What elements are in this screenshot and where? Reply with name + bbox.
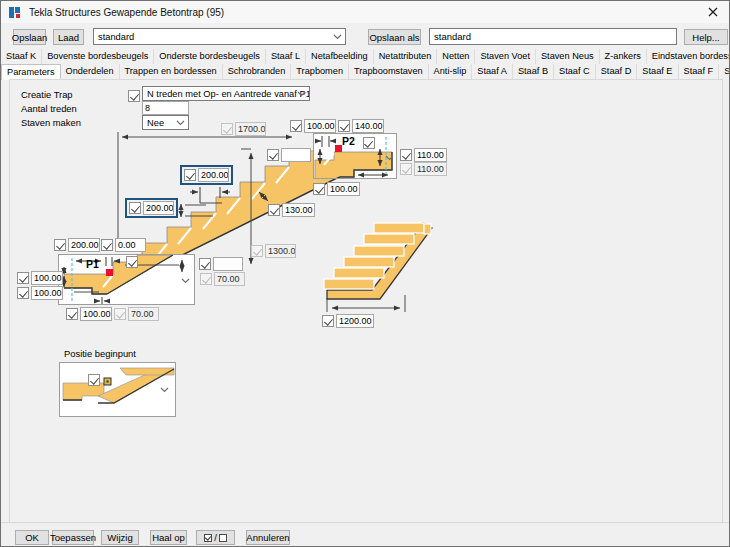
- p1-point-label: P1: [86, 258, 99, 270]
- positie-beginpunt-drawing: [60, 363, 175, 416]
- dim-p2-100-field[interactable]: 100.00: [327, 182, 360, 196]
- close-icon[interactable]: [697, 1, 729, 23]
- tab-staaf-k[interactable]: Staaf K: [1, 49, 42, 64]
- positie-beginpunt-checkbox[interactable]: [88, 374, 100, 386]
- tab-onderste-bordesbeugels[interactable]: Onderste bordesbeugels: [154, 49, 266, 64]
- dim-top-hoogte-field[interactable]: [281, 148, 311, 162]
- tab-netten[interactable]: Netten: [437, 49, 475, 64]
- tab-trapboomstaven[interactable]: Trapboomstaven: [349, 64, 429, 80]
- dim-onder-70-checkbox[interactable]: [114, 308, 126, 320]
- save-as-button[interactable]: Opslaan als: [368, 29, 421, 45]
- dim-breedte-1200-checkbox[interactable]: [322, 315, 334, 327]
- tab-bovenste-bordesbeugels[interactable]: Bovenste bordesbeugels: [42, 49, 154, 64]
- dim-p2-corner-checkbox[interactable]: [363, 137, 375, 149]
- positie-beginpunt-label: Positie beginpunt: [64, 348, 136, 359]
- p2-detail-box[interactable]: P2: [313, 133, 397, 179]
- dim-hoogte-1300-checkbox[interactable]: [251, 245, 263, 257]
- dim-top-140-checkbox[interactable]: [338, 120, 350, 132]
- tab-staaf-f[interactable]: Staaf F: [679, 64, 720, 80]
- dim-dikte-130-field[interactable]: 130.00: [282, 203, 315, 217]
- dim-links-100a-checkbox[interactable]: [17, 272, 29, 284]
- dim-top-140-field[interactable]: 140.00: [352, 119, 384, 133]
- tab-staaf-c[interactable]: Staaf C: [554, 64, 596, 80]
- staven-maken-select[interactable]: Nee: [142, 115, 189, 130]
- tab-netafbeelding[interactable]: Netafbeelding: [306, 49, 374, 64]
- cancel-button[interactable]: Annuleren: [246, 530, 290, 545]
- tab-trapbomen[interactable]: Trapbomen: [291, 64, 349, 80]
- apply-button[interactable]: Toepassen: [52, 530, 94, 545]
- tab-z-ankers[interactable]: Z-ankers: [600, 49, 647, 64]
- dim-neus-110a-checkbox[interactable]: [400, 149, 412, 161]
- dim-aantrede-200-checkbox[interactable]: [184, 169, 196, 181]
- creatie-trap-value: N treden met Op- en Aantrede vanaf P1: [147, 89, 310, 99]
- dim-links-100a: 100.00: [17, 271, 63, 285]
- dim-p2-100-checkbox[interactable]: [313, 183, 325, 195]
- dim-top-100-checkbox[interactable]: [290, 120, 302, 132]
- dim-rechts-70-checkbox[interactable]: [200, 273, 212, 285]
- tab-staaf-e[interactable]: Staaf E: [637, 64, 678, 80]
- dim-optrede-200: 200.00: [125, 198, 178, 218]
- save-as-input[interactable]: [429, 28, 677, 45]
- dim-breedte-1200-field[interactable]: 1200.00: [336, 314, 374, 328]
- tab-staaf-l[interactable]: Staaf L: [266, 49, 306, 64]
- dim-aantrede-200: 200.00: [180, 165, 233, 185]
- dim-begin-200-field[interactable]: 200.00: [68, 238, 100, 252]
- staven-maken-label: Staven maken: [21, 117, 81, 128]
- tab-row-1: Staaf K Bovenste bordesbeugels Onderste …: [1, 49, 729, 64]
- aantal-treden-input[interactable]: 8: [142, 101, 189, 115]
- preset-select[interactable]: standard: [93, 28, 346, 45]
- tab-trappen-en-bordessen[interactable]: Trappen en bordessen: [120, 64, 223, 80]
- save-button[interactable]: Opslaan: [13, 29, 46, 45]
- tab-schrobranden[interactable]: Schrobranden: [223, 64, 292, 80]
- dim-hoogte-1300-field[interactable]: 1300.00: [265, 244, 296, 258]
- get-button[interactable]: Haal op: [150, 530, 187, 545]
- dim-neus-110a-field[interactable]: 110.00: [414, 148, 447, 162]
- dim-optrede-200-field[interactable]: 200.00: [143, 201, 174, 215]
- dim-onder-70-field[interactable]: 70.00: [128, 307, 159, 321]
- dim-top-hoogte-checkbox[interactable]: [267, 149, 279, 161]
- dim-neus-110b-field[interactable]: 110.00: [414, 162, 447, 176]
- dim-neus-110b-checkbox[interactable]: [400, 163, 412, 175]
- modify-button[interactable]: Wijzig: [101, 530, 139, 545]
- dim-begin-200-checkbox[interactable]: [54, 239, 66, 251]
- tab-anti-slip[interactable]: Anti-slip: [429, 64, 473, 80]
- unchecked-box-icon: [219, 534, 227, 542]
- positie-beginpunt-box[interactable]: [59, 362, 176, 417]
- dim-rechts-leeg-checkbox[interactable]: [199, 258, 211, 270]
- dim-dikte-130-checkbox[interactable]: [268, 204, 280, 216]
- creatie-trap-checkbox[interactable]: [128, 90, 140, 102]
- dim-totale-lengte-field[interactable]: 1700.00: [235, 122, 266, 136]
- dim-links-100b-field[interactable]: 100.00: [31, 286, 63, 300]
- dim-links-100b-checkbox[interactable]: [17, 287, 29, 299]
- tab-netattributen[interactable]: Netattributen: [374, 49, 438, 64]
- dim-breedte-1200: 1200.00: [322, 314, 374, 328]
- ok-button[interactable]: OK: [15, 530, 49, 545]
- tab-staaf-a[interactable]: Staaf A: [472, 64, 513, 80]
- dim-begin-0-field[interactable]: 0.00: [115, 238, 146, 252]
- dim-p1-corner-checkbox[interactable]: [126, 256, 138, 268]
- staven-maken-value: Nee: [147, 118, 164, 128]
- dim-onder-100-field[interactable]: 100.00: [80, 307, 112, 321]
- dim-top-100-field[interactable]: 100.00: [304, 119, 336, 133]
- tab-eindstaven-bordessen[interactable]: Eindstaven bordessen: [647, 49, 730, 64]
- dim-optrede-200-checkbox[interactable]: [129, 202, 141, 214]
- chevron-down-icon: [297, 91, 306, 97]
- tab-staaf-d[interactable]: Staaf D: [596, 64, 638, 80]
- dim-aantrede-200-field[interactable]: 200.00: [198, 168, 229, 182]
- dim-links-100a-field[interactable]: 100.00: [31, 271, 63, 285]
- dim-rechts-70-field[interactable]: 70.00: [214, 272, 245, 286]
- dim-onder-100-checkbox[interactable]: [66, 308, 78, 320]
- tab-staven-voet[interactable]: Staven Voet: [475, 49, 536, 64]
- dim-totale-lengte-checkbox[interactable]: [221, 123, 233, 135]
- dim-rechts-leeg-field[interactable]: [213, 257, 243, 271]
- creatie-trap-select[interactable]: N treden met Op- en Aantrede vanaf P1: [142, 86, 310, 101]
- tab-parameters[interactable]: Parameters: [1, 64, 61, 80]
- tab-staven-neus[interactable]: Staven Neus: [536, 49, 600, 64]
- tab-staaf-g[interactable]: Staaf G: [719, 64, 730, 80]
- help-button[interactable]: Help...: [684, 29, 728, 45]
- tab-staaf-b[interactable]: Staaf B: [513, 64, 554, 80]
- toggle-all-checkboxes-button[interactable]: /: [196, 530, 235, 545]
- load-button[interactable]: Laad: [53, 29, 84, 45]
- dim-begin-0-checkbox[interactable]: [101, 239, 113, 251]
- tab-onderdelen[interactable]: Onderdelen: [61, 64, 120, 80]
